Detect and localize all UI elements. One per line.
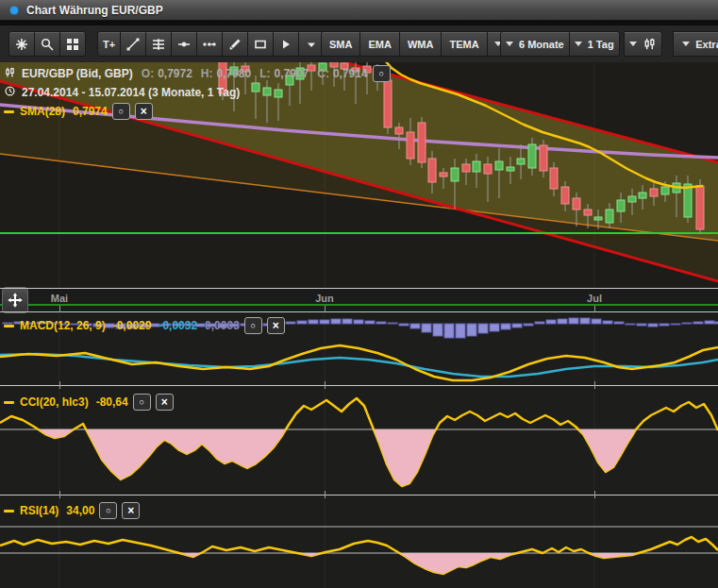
- extra-label: Extra: [695, 39, 718, 50]
- axis-tick: [594, 306, 595, 312]
- high-label: H:: [201, 67, 213, 80]
- month-label-mai: Mai: [51, 293, 68, 304]
- axis-tick: [325, 491, 326, 498]
- macd-close-button[interactable]: ×: [267, 317, 285, 334]
- toolbar: T+ SMA EMA WMA TEMA 6 Monate 1 Tag: [0, 25, 718, 62]
- rectangle-button[interactable]: [247, 31, 274, 57]
- toolbar-extra-group: Extra: [673, 31, 718, 57]
- window-status-icon: [10, 7, 18, 14]
- trendline-button[interactable]: [120, 31, 146, 57]
- add-text-button[interactable]: T+: [97, 31, 121, 57]
- sma-close-button[interactable]: ×: [135, 103, 153, 120]
- month-label-jul: Jul: [587, 293, 602, 304]
- macd-line-swatch: [4, 325, 14, 328]
- axis-bottom-border: [0, 311, 718, 312]
- axis-tick: [59, 306, 60, 312]
- macd-label: MACD(12, 26, 9): [20, 319, 106, 332]
- chevron-down-icon: [506, 42, 513, 46]
- sma-value: 0,7974: [73, 105, 108, 118]
- titlebar[interactable]: Chart Währung EUR/GBP: [0, 0, 718, 21]
- toolbar-draw-group: T+: [97, 31, 325, 57]
- rsi-value: 34,00: [66, 504, 94, 517]
- low-label: L:: [259, 67, 270, 80]
- extra-dropdown[interactable]: Extra: [673, 31, 718, 57]
- chevron-down-icon: [682, 42, 690, 46]
- fibonacci-button[interactable]: [145, 31, 172, 57]
- tema-button[interactable]: TEMA: [441, 31, 487, 57]
- cci-legend: CCI(20, hlc3) -80,64 ○ ×: [4, 393, 174, 412]
- sma-settings-button[interactable]: ○: [112, 103, 130, 120]
- axis-tick: [594, 381, 595, 389]
- ema-button[interactable]: EMA: [359, 31, 399, 57]
- low-value: 0,7907: [275, 67, 309, 80]
- main-chart-legend: EUR/GBP (Bid, GBP) O:0,7972 H:0,7980 L:0…: [4, 64, 391, 121]
- sma-line-swatch: [4, 110, 14, 113]
- sma-button[interactable]: SMA: [321, 31, 360, 57]
- cci-value: -80,64: [96, 395, 128, 409]
- cci-label: CCI(20, hlc3): [20, 395, 89, 409]
- macd-value: -0,0029: [113, 319, 152, 332]
- toolbar-charttype-group: [624, 31, 662, 57]
- chart-type-dropdown[interactable]: [624, 31, 662, 57]
- time-axis[interactable]: MaiJunJul: [0, 289, 718, 311]
- chevron-down-icon: [575, 42, 582, 46]
- date-range-label: 27.04.2014 - 15.07.2014 (3 Monate, 1 Tag…: [22, 86, 240, 99]
- wma-button[interactable]: WMA: [399, 31, 442, 57]
- period-dropdown[interactable]: 6 Monate: [500, 31, 570, 57]
- rsi-settings-button[interactable]: ○: [99, 502, 117, 519]
- pencil-button[interactable]: [222, 31, 248, 57]
- toolbar-ma-group: SMA EMA WMA TEMA: [321, 31, 510, 57]
- candlestick-chart-icon: [4, 66, 16, 81]
- interval-label: 1 Tag: [588, 39, 614, 50]
- macd-legend: MACD(12, 26, 9) -0,0029 -0,0032 0,0003 ○…: [4, 316, 285, 335]
- chevron-down-icon: [629, 42, 637, 46]
- axis-tick: [594, 491, 595, 498]
- clock-icon: [4, 85, 16, 100]
- window-title: Chart Währung EUR/GBP: [26, 4, 163, 17]
- series-settings-button[interactable]: ○: [373, 65, 391, 82]
- cci-line-swatch: [4, 401, 14, 404]
- period-label: 6 Monate: [519, 39, 564, 50]
- rsi-label: RSI(14): [20, 504, 58, 517]
- close-label: C:: [317, 67, 329, 80]
- toolbar-left-group: [8, 31, 86, 57]
- rsi-top-border: [0, 495, 718, 496]
- month-label-jun: Jun: [315, 293, 334, 304]
- open-value: 0,7972: [158, 67, 192, 80]
- macd-signal-value: -0,0032: [159, 319, 197, 332]
- axis-tick: [325, 381, 326, 389]
- axis-top-border: [0, 288, 718, 289]
- layout-button[interactable]: [59, 31, 86, 57]
- open-label: O:: [142, 67, 154, 80]
- close-value: 0,7914: [333, 67, 368, 80]
- macd-hist-value: 0,0003: [205, 319, 240, 332]
- axis-tick: [325, 306, 326, 312]
- chart-window: Chart Währung EUR/GBP T+ SMA EMA WMA TEM…: [0, 0, 718, 588]
- cci-top-border: [0, 385, 718, 386]
- interval-dropdown[interactable]: 1 Tag: [569, 31, 620, 57]
- pan-chart-button[interactable]: [2, 287, 28, 313]
- symbol-label: EUR/GBP (Bid, GBP): [22, 67, 133, 80]
- axis-green-line: [0, 304, 718, 306]
- cci-settings-button[interactable]: ○: [133, 394, 151, 411]
- axis-tick: [59, 381, 60, 389]
- settings-button[interactable]: [8, 31, 35, 57]
- rsi-legend: RSI(14) 34,00 ○ ×: [4, 501, 140, 520]
- play-button[interactable]: [273, 31, 299, 57]
- dotted-line-button[interactable]: [196, 31, 223, 57]
- sma-label: SMA(28): [20, 105, 65, 118]
- high-value: 0,7980: [217, 67, 252, 80]
- rsi-close-button[interactable]: ×: [122, 502, 140, 519]
- candlestick-icon: [643, 37, 657, 51]
- macd-settings-button[interactable]: ○: [244, 317, 262, 334]
- cci-close-button[interactable]: ×: [156, 394, 174, 411]
- axis-tick: [59, 491, 60, 498]
- horizontal-line-button[interactable]: [171, 31, 197, 57]
- toolbar-period-group: 6 Monate 1 Tag: [500, 31, 620, 57]
- rsi-line-swatch: [4, 510, 14, 512]
- zoom-button[interactable]: [34, 31, 60, 57]
